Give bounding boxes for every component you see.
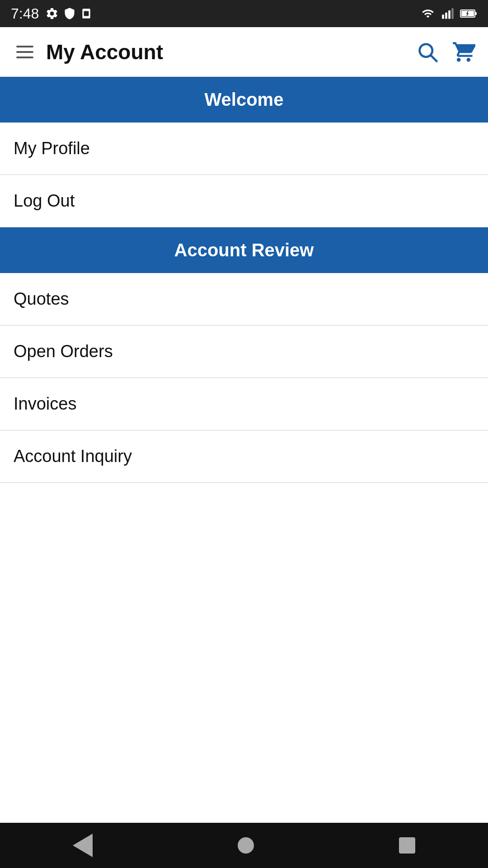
- signal-icon: [441, 7, 455, 20]
- svg-rect-1: [84, 11, 89, 16]
- content-area: [0, 483, 488, 823]
- status-time: 7:48: [11, 5, 39, 22]
- svg-rect-2: [442, 14, 444, 19]
- hamburger-line-2: [16, 51, 33, 53]
- app-bar-actions: [416, 40, 475, 64]
- invoices-item[interactable]: Invoices: [0, 378, 488, 430]
- log-out-item[interactable]: Log Out: [0, 175, 488, 227]
- status-bar-left: 7:48: [11, 5, 92, 22]
- status-bar-right: [420, 7, 477, 20]
- bottom-nav-bar: [0, 823, 488, 868]
- hamburger-button[interactable]: [13, 42, 37, 62]
- shield-icon: [63, 7, 76, 20]
- my-profile-label: My Profile: [14, 139, 90, 158]
- account-review-header-text: Account Review: [174, 240, 314, 260]
- svg-rect-7: [475, 12, 477, 15]
- svg-point-9: [420, 44, 432, 57]
- back-icon: [73, 834, 93, 857]
- welcome-header-text: Welcome: [205, 90, 284, 110]
- account-review-section-header: Account Review: [0, 227, 488, 273]
- recents-button[interactable]: [399, 837, 415, 854]
- sim-icon: [80, 7, 92, 20]
- app-bar: My Account: [0, 27, 488, 77]
- invoices-label: Invoices: [14, 394, 76, 414]
- cart-icon: [452, 40, 475, 64]
- account-inquiry-item[interactable]: Account Inquiry: [0, 430, 488, 483]
- my-profile-item[interactable]: My Profile: [0, 123, 488, 175]
- search-icon: [416, 40, 439, 64]
- open-orders-item[interactable]: Open Orders: [0, 326, 488, 378]
- svg-rect-4: [448, 10, 450, 19]
- open-orders-label: Open Orders: [14, 342, 113, 361]
- status-icons: [45, 7, 92, 20]
- welcome-section-header: Welcome: [0, 77, 488, 123]
- account-inquiry-label: Account Inquiry: [14, 447, 132, 466]
- battery-icon: [460, 9, 477, 19]
- home-button[interactable]: [238, 837, 254, 854]
- settings-icon: [45, 7, 59, 20]
- cart-button[interactable]: [452, 40, 475, 64]
- svg-rect-3: [445, 13, 447, 19]
- page-title: My Account: [46, 40, 416, 64]
- search-button[interactable]: [416, 40, 439, 64]
- back-button[interactable]: [73, 834, 93, 857]
- wifi-icon: [420, 7, 436, 20]
- hamburger-line-3: [16, 57, 33, 58]
- hamburger-line-1: [16, 46, 33, 47]
- log-out-label: Log Out: [14, 191, 75, 211]
- home-icon: [238, 837, 254, 854]
- recents-icon: [399, 837, 415, 854]
- status-bar: 7:48: [0, 0, 488, 27]
- svg-line-10: [431, 55, 437, 61]
- quotes-item[interactable]: Quotes: [0, 273, 488, 326]
- quotes-label: Quotes: [14, 289, 69, 309]
- svg-rect-5: [451, 8, 454, 19]
